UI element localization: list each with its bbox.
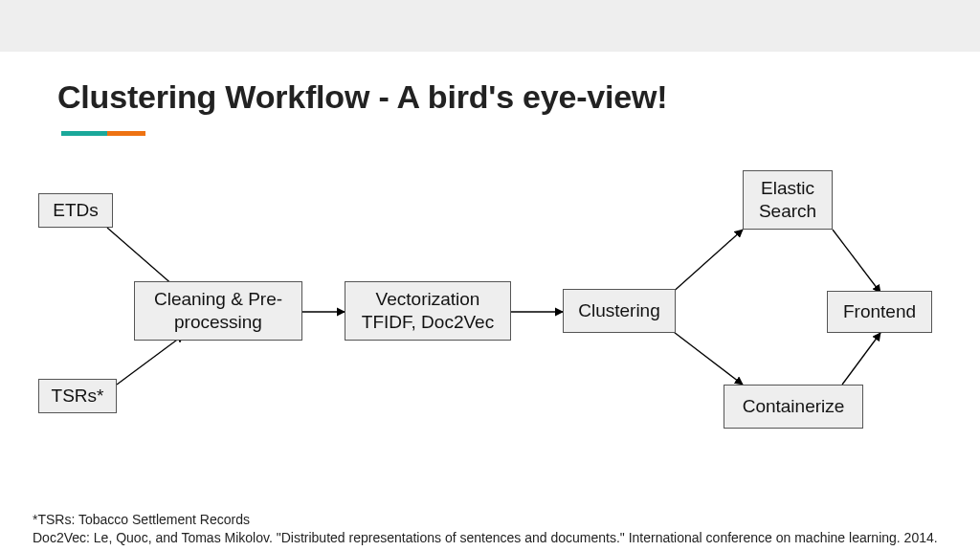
node-containerize: Containerize: [724, 385, 863, 429]
node-clustering: Clustering: [563, 289, 676, 333]
node-label: Containerize: [743, 395, 845, 418]
node-etds: ETDs: [38, 193, 113, 228]
footnote-line: Doc2Vec: Le, Quoc, and Tomas Mikolov. "D…: [33, 529, 947, 547]
node-vectorization: Vectorization TFIDF, Doc2Vec: [345, 281, 511, 341]
node-tsrs: TSRs*: [38, 379, 117, 413]
footnote-line: *TSRs: Tobacco Settlement Records: [33, 511, 947, 529]
node-label: Vectorization TFIDF, Doc2Vec: [355, 288, 501, 334]
svg-line-1: [117, 335, 184, 385]
footnotes: *TSRs: Tobacco Settlement Records Doc2Ve…: [33, 511, 947, 547]
node-frontend: Frontend: [827, 291, 932, 333]
top-bar: [0, 0, 980, 52]
svg-line-5: [670, 329, 743, 385]
node-label: Clustering: [578, 299, 660, 322]
node-label: Cleaning & Pre-processing: [145, 288, 292, 334]
svg-line-6: [833, 230, 880, 293]
svg-line-7: [842, 333, 880, 385]
node-label: TSRs*: [52, 385, 104, 408]
flowchart-diagram: ETDs TSRs* Cleaning & Pre-processing Vec…: [0, 52, 980, 551]
node-cleaning: Cleaning & Pre-processing: [134, 281, 302, 341]
node-label: Elastic Search: [753, 177, 822, 223]
node-label: ETDs: [53, 199, 99, 222]
node-label: Frontend: [843, 300, 916, 323]
slide-content: Clustering Workflow - A bird's eye-view!: [0, 52, 980, 551]
node-elastic: Elastic Search: [743, 170, 833, 230]
svg-line-4: [670, 230, 743, 295]
